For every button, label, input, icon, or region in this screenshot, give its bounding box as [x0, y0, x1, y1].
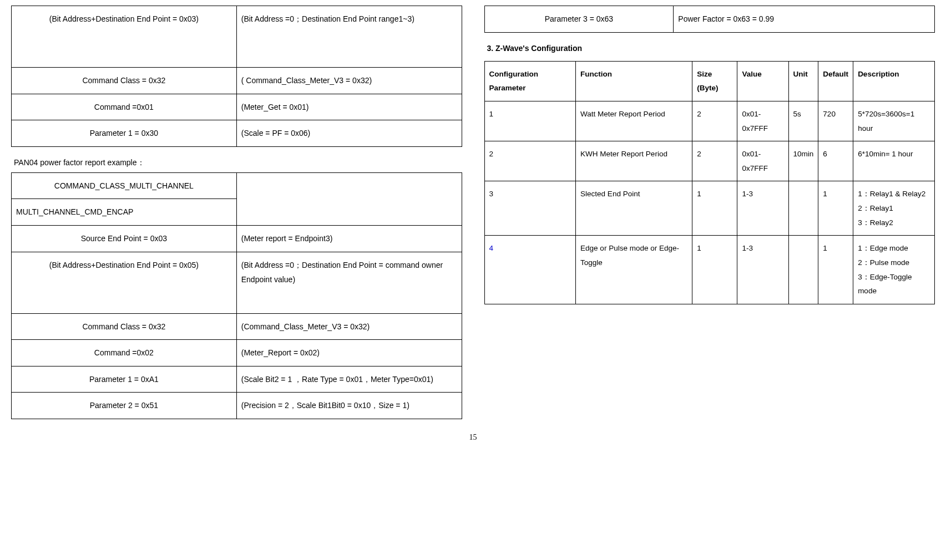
- cell: Command Class = 0x32: [12, 68, 237, 94]
- cell: 1: [692, 236, 737, 304]
- cell: KWH Meter Report Period: [576, 141, 692, 181]
- cell: [236, 172, 462, 225]
- cell: 1-3: [737, 236, 788, 304]
- cell: 2: [692, 141, 737, 181]
- cell: 1: [692, 181, 737, 236]
- cell: Parameter 3 = 0x63: [484, 6, 674, 33]
- table-row: 3 Slected End Point 1 1-3 1 1：Relay1 & R…: [484, 181, 935, 236]
- left-bottom-table: COMMAND_CLASS_MULTI_CHANNEL MULTI_CHANNE…: [11, 172, 462, 419]
- example-caption: PAN04 power factor report example：: [14, 158, 462, 168]
- cell: (Bit Address+Destination End Point = 0x0…: [12, 252, 237, 313]
- th-size: Size (Byte): [692, 61, 737, 101]
- cell: 1-3: [737, 181, 788, 236]
- cell: 3: [484, 181, 576, 236]
- cell: 0x01-0x7FFF: [737, 101, 788, 141]
- cell: Edge or Pulse mode or Edge-Toggle: [576, 236, 692, 304]
- cell: (Bit Address =0；Destination End Point ra…: [236, 6, 462, 68]
- cell: 1：Relay1 & Relay2 2：Relay1 3：Relay2: [853, 181, 935, 236]
- cell: 0x01-0x7FFF: [737, 141, 788, 181]
- cell: 1: [818, 236, 853, 304]
- cell: COMMAND_CLASS_MULTI_CHANNEL: [12, 172, 237, 199]
- th-description: Description: [853, 61, 935, 101]
- cell: 720: [818, 101, 853, 141]
- cell: MULTI_CHANNEL_CMD_ENCAP: [12, 199, 237, 226]
- cell: 2: [692, 101, 737, 141]
- th-config-param: Configuration Parameter: [484, 61, 576, 101]
- cell: (Scale Bit2 = 1 ，Rate Type = 0x01，Meter …: [236, 366, 462, 393]
- cell: Command =0x02: [12, 340, 237, 366]
- right-top-table: Parameter 3 = 0x63 Power Factor = 0x63 =…: [484, 6, 935, 33]
- cell: 4: [484, 236, 576, 304]
- cell: (Meter_Report = 0x02): [236, 340, 462, 366]
- cell: 1: [818, 181, 853, 236]
- cell: Parameter 1 = 0x30: [12, 120, 237, 147]
- cell: (Bit Address =0；Destination End Point = …: [236, 252, 462, 313]
- cell: (Meter report = Endpoint3): [236, 225, 462, 252]
- cell: 1：Edge mode 2：Pulse mode 3：Edge-Toggle m…: [853, 236, 935, 304]
- cell: (Meter_Get = 0x01): [236, 94, 462, 120]
- cell: 1: [484, 101, 576, 141]
- cell: 5s: [788, 101, 818, 141]
- table-row: 4 Edge or Pulse mode or Edge-Toggle 1 1-…: [484, 236, 935, 304]
- table-row: 2 KWH Meter Report Period 2 0x01-0x7FFF …: [484, 141, 935, 181]
- table-row: 1 Watt Meter Report Period 2 0x01-0x7FFF…: [484, 101, 935, 141]
- configuration-table: Configuration Parameter Function Size (B…: [484, 61, 935, 304]
- page-number: 15: [11, 433, 935, 442]
- cell: 6*10min= 1 hour: [853, 141, 935, 181]
- cell: Power Factor = 0x63 = 0.99: [674, 6, 935, 33]
- cell: (Command_Class_Meter_V3 = 0x32): [236, 313, 462, 340]
- cell: (Precision = 2，Scale Bit1Bit0 = 0x10，Siz…: [236, 393, 462, 419]
- cell: Source End Point = 0x03: [12, 225, 237, 252]
- cell: (Scale = PF = 0x06): [236, 120, 462, 147]
- cell: Slected End Point: [576, 181, 692, 236]
- cell: [788, 236, 818, 304]
- cell: 10min: [788, 141, 818, 181]
- cell: 2: [484, 141, 576, 181]
- th-default: Default: [818, 61, 853, 101]
- cell: 5*720s=3600s=1 hour: [853, 101, 935, 141]
- th-value: Value: [737, 61, 788, 101]
- cell: Command =0x01: [12, 94, 237, 120]
- left-top-table: (Bit Address+Destination End Point = 0x0…: [11, 6, 462, 147]
- th-function: Function: [576, 61, 692, 101]
- cell: Watt Meter Report Period: [576, 101, 692, 141]
- cell: Parameter 2 = 0x51: [12, 393, 237, 419]
- th-unit: Unit: [788, 61, 818, 101]
- section-title: 3. Z-Wave's Configuration: [487, 44, 935, 53]
- cell: Command Class = 0x32: [12, 313, 237, 340]
- cell: ( Command_Class_Meter_V3 = 0x32): [236, 68, 462, 94]
- cell: Parameter 1 = 0xA1: [12, 366, 237, 393]
- cell: 6: [818, 141, 853, 181]
- cell: (Bit Address+Destination End Point = 0x0…: [12, 6, 237, 68]
- cell: [788, 181, 818, 236]
